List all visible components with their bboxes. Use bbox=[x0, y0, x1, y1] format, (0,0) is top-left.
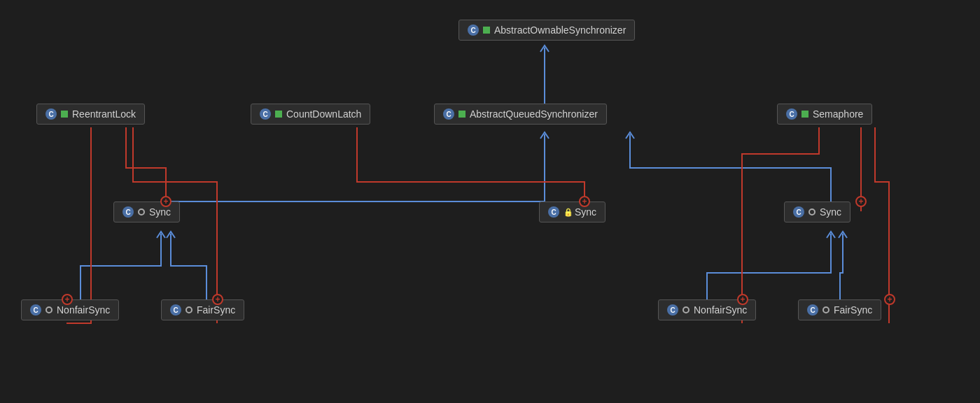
dot-icon bbox=[46, 306, 52, 313]
plus-sync-reentrant: + bbox=[160, 196, 172, 207]
node-label: FairSync bbox=[197, 304, 235, 316]
node-sync-countdown[interactable]: C 🔒 Sync bbox=[539, 202, 606, 222]
plus-fair-reentrant: + bbox=[212, 294, 223, 305]
node-label: NonfairSync bbox=[57, 304, 110, 316]
node-label: CountDownLatch bbox=[286, 108, 361, 120]
node-label: AbstractOwnableSynchronizer bbox=[494, 24, 626, 36]
class-icon: C bbox=[786, 108, 797, 120]
diagram-container: + + + + + + + C AbstractOwnableSynchroni… bbox=[0, 0, 980, 403]
node-label: ReentrantLock bbox=[72, 108, 136, 120]
dot-icon bbox=[138, 208, 145, 215]
node-label: Semaphore bbox=[813, 108, 863, 120]
class-icon: C bbox=[122, 206, 134, 218]
node-countdown-latch[interactable]: C CountDownLatch bbox=[251, 104, 370, 125]
plus-nonfair-semaphore: + bbox=[737, 294, 748, 305]
node-abstract-ownable-synchronizer[interactable]: C AbstractOwnableSynchronizer bbox=[458, 20, 635, 41]
node-label: NonfairSync bbox=[694, 304, 747, 316]
green-square-icon bbox=[802, 111, 808, 118]
node-label: Sync bbox=[149, 206, 171, 218]
green-square-icon bbox=[275, 111, 282, 118]
node-label: FairSync bbox=[834, 304, 872, 316]
plus-sync-countdown: + bbox=[579, 196, 590, 207]
green-square-icon bbox=[61, 111, 68, 118]
plus-fair-semaphore: + bbox=[884, 294, 895, 305]
class-icon: C bbox=[30, 304, 41, 316]
class-icon: C bbox=[170, 304, 181, 316]
node-label: Sync bbox=[575, 206, 596, 218]
node-fair-sync-semaphore[interactable]: C FairSync bbox=[798, 299, 881, 320]
node-semaphore[interactable]: C Semaphore bbox=[777, 104, 872, 125]
class-icon: C bbox=[548, 206, 559, 218]
class-icon: C bbox=[443, 108, 454, 120]
class-icon: C bbox=[807, 304, 818, 316]
class-icon: C bbox=[46, 108, 57, 120]
class-icon: C bbox=[468, 24, 479, 36]
plus-nonfair-reentrant: + bbox=[62, 294, 73, 305]
dot-icon bbox=[682, 306, 690, 313]
node-reentrant-lock[interactable]: C ReentrantLock bbox=[36, 104, 145, 125]
lock-icon: 🔒 bbox=[564, 208, 570, 216]
node-label: AbstractQueuedSynchronizer bbox=[470, 108, 598, 120]
class-icon: C bbox=[260, 108, 271, 120]
dot-icon bbox=[822, 306, 830, 313]
class-icon: C bbox=[667, 304, 678, 316]
node-fair-sync-reentrant[interactable]: C FairSync bbox=[161, 299, 244, 320]
plus-sync-semaphore: + bbox=[855, 196, 867, 207]
class-icon: C bbox=[793, 206, 804, 218]
dot-icon bbox=[808, 208, 816, 215]
green-square-icon bbox=[458, 111, 465, 118]
green-square-icon bbox=[483, 27, 490, 34]
dot-icon bbox=[186, 306, 192, 313]
node-abstract-queued-synchronizer[interactable]: C AbstractQueuedSynchronizer bbox=[434, 104, 607, 125]
node-label: Sync bbox=[820, 206, 841, 218]
node-sync-semaphore[interactable]: C Sync bbox=[784, 202, 850, 222]
